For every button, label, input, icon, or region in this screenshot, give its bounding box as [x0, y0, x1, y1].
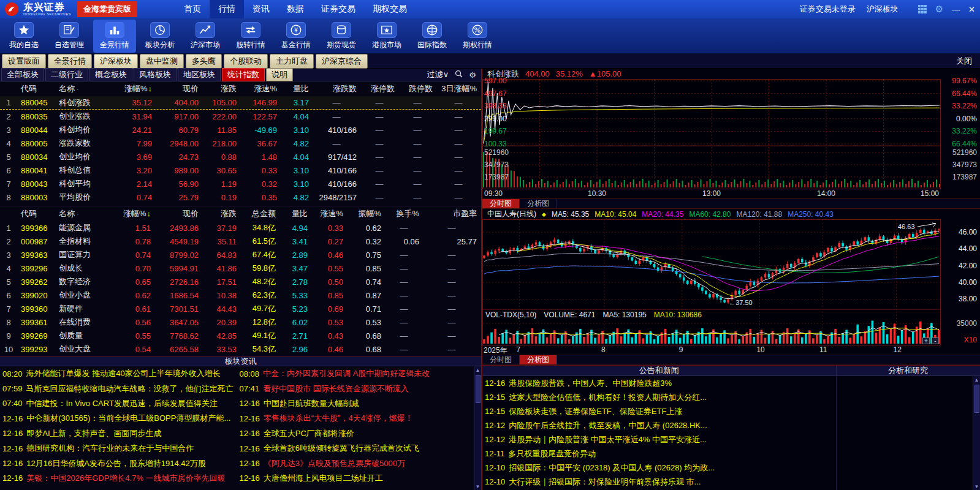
table-row[interactable]: 5399262数字经济0.652726.1617.5148.2亿2.780.50…	[0, 275, 481, 288]
column-header[interactable]: 量比	[279, 208, 311, 219]
table-row[interactable]: 3880044科创均价24.2160.7911.85-49.693.10410/…	[0, 123, 481, 137]
news-item[interactable]: 12-16港股保险股普跌，中国人寿、中国财险跌超3%	[482, 376, 836, 390]
menu-item[interactable]: 期权交易	[364, 0, 416, 18]
menu-item[interactable]: 首页	[175, 0, 210, 18]
main-tab[interactable]: 全景行情	[48, 54, 92, 69]
news-item[interactable]: 07:59马斯克回应福特收缩电动汽车战略：没救了，他们注定死亡	[0, 381, 237, 396]
main-tab[interactable]: 个股联动	[224, 54, 268, 69]
table-row[interactable]: 9399269创质量0.557768.6242.8549.1亿2.710.430…	[0, 329, 481, 342]
column-header[interactable]: 代码	[17, 83, 55, 94]
toolbar-item[interactable]: 全景行情	[93, 20, 136, 53]
table-row[interactable]: 1399366能源金属1.512493.8637.1934.8亿4.940.33…	[0, 221, 481, 235]
toolbar-item[interactable]: ¥基金行情	[275, 20, 317, 53]
toolbar-item[interactable]: 港股市场	[365, 20, 408, 53]
toolbar-item[interactable]: 板块分析	[139, 20, 181, 53]
daily-plot[interactable]: ←37.5046.63 VOL-TDX(5,10)VOLUME: 4671MA5…	[482, 219, 941, 345]
intraday-plot[interactable]: 597.00497.67398.33299.00199.67100.335219…	[482, 79, 941, 189]
scroll-down-icon[interactable]: ▼	[476, 483, 481, 490]
column-header[interactable]: 涨速%	[240, 83, 281, 94]
column-header[interactable]: 跌停数	[398, 83, 436, 94]
table-row[interactable]: 2880035创业涨跌31.94917.00222.00122.574.04——…	[0, 110, 481, 123]
menu-item[interactable]: 行情	[210, 0, 244, 18]
news-item[interactable]: 07:40中信建投：In Vivo CART发展迅速，后续发展值得关注	[0, 396, 237, 411]
scrollbar[interactable]: ▲ ▼	[474, 366, 481, 490]
news-item[interactable]: 12-15保险板块走强，证券保险ETF、保险证券ETF上涨	[482, 404, 836, 418]
news-item[interactable]: 12-10大行评级｜招银国际：对保险业明年前景保持乐观 市...	[482, 475, 836, 489]
sub-tab[interactable]: 地区板块	[178, 68, 221, 81]
column-header[interactable]: 换手%	[385, 208, 423, 219]
toolbar-item[interactable]: 自选管理	[48, 20, 91, 53]
sub-tab[interactable]: 全部板块	[1, 68, 44, 81]
menu-item[interactable]: 证券交易	[313, 0, 364, 18]
zoom-out-button[interactable]: -	[932, 337, 939, 344]
column-header[interactable]: 现价	[154, 208, 202, 219]
search-icon[interactable]	[455, 70, 463, 80]
board-selector[interactable]: 沪深板块	[867, 4, 898, 15]
news-item[interactable]: 12-12内险股午后全线拉升，截至发稿，中国人寿 (02628.HK...	[482, 418, 836, 432]
main-tab[interactable]: 设置版面	[2, 54, 46, 69]
table-row[interactable]: 3399363国证算力0.748799.0264.8367.4亿2.890.46…	[0, 248, 481, 262]
minimize-button[interactable]: —	[952, 5, 960, 14]
main-tab[interactable]: 沪深京综合	[316, 54, 368, 69]
column-header[interactable]: 名称 ·	[55, 208, 114, 219]
news-item[interactable]: 12-16零售板块杀出“大牛股”，4天4涨停，燃爆！	[237, 411, 474, 426]
settings-gear-icon[interactable]: ⚙	[935, 4, 943, 15]
news-item[interactable]: 12-12港股异动｜内险股普涨 中国太平涨近4% 中国平安涨近...	[482, 432, 836, 447]
news-item[interactable]: 12-16全球五大PC厂商都将涨价	[237, 426, 474, 441]
grid-menu-icon[interactable]	[918, 5, 927, 13]
news-item[interactable]: 12-16中仑新材(301565)：当前全球电工级BOPP薄型膜材产能...	[0, 411, 237, 426]
column-header[interactable]: 振幅%	[347, 208, 385, 219]
scroll-down-icon[interactable]: ▼	[974, 483, 979, 490]
news-item[interactable]: 12-16即梦AI上新，支持声音、画面同步生成	[0, 426, 237, 441]
toolbar-item[interactable]: 股转行情	[229, 20, 272, 53]
table-row[interactable]: 5880034创业均价3.6924.730.881.484.04917/412—…	[0, 150, 481, 164]
chart-tab[interactable]: 分时图	[482, 199, 520, 208]
table-row[interactable]: 8880003平均股价0.7425.790.190.354.822948/215…	[0, 190, 481, 204]
main-tab[interactable]: 多头鹰	[186, 54, 222, 69]
news-item[interactable]: 12-15这家大型险企估值低，机构看好！投资人期待加大分红...	[482, 390, 836, 404]
sub-tab[interactable]: 说明	[266, 68, 293, 81]
main-tab[interactable]: 主力盯盘	[270, 54, 314, 69]
zoom-in-button[interactable]: +	[922, 337, 930, 344]
table-row[interactable]: 6880041科创总值3.20989.0030.650.333.10410/16…	[0, 164, 481, 177]
news-item[interactable]: 12-16大唐儋州海上风电项目二场址开工	[237, 471, 474, 486]
table-row[interactable]: 1880045科创涨跌35.12404.00105.00146.993.17——…	[0, 96, 481, 110]
toolbar-item[interactable]: 期货现货	[320, 20, 363, 53]
news-item[interactable]: 08:20海外储能订单爆发 推动逾40家公司上半年境外收入增长	[0, 366, 237, 381]
news-item[interactable]: 12-16中国赴日航班数量大幅削减	[237, 396, 474, 411]
news-item[interactable]: 07:41看好中国股市 国际长线资金源源不断流入	[237, 381, 474, 396]
filter-dropdown[interactable]: 过滤∨	[427, 69, 449, 80]
trade-login-status[interactable]: 证券交易未登录	[800, 4, 856, 15]
gear-icon[interactable]: ⚙	[469, 70, 476, 80]
scroll-up-icon[interactable]: ▲	[476, 366, 481, 374]
column-header[interactable]: 代码	[17, 208, 55, 219]
scroll-up-icon[interactable]: ▲	[974, 376, 979, 383]
scroll-thumb[interactable]	[476, 375, 481, 403]
sub-tab[interactable]: 二级行业	[45, 68, 88, 81]
column-header[interactable]: 涨跌	[202, 83, 240, 94]
news-item[interactable]: 12-1612月16日华侨城A发布公告，股东增持1914.42万股	[0, 456, 237, 470]
scrollbar[interactable]: ▲ ▼	[973, 376, 980, 490]
table-row[interactable]: 10399293创业大盘0.546265.5833.5354.3亿2.960.4…	[0, 342, 481, 356]
daily-title[interactable]: 中国人寿(日线)	[487, 209, 536, 219]
scroll-thumb[interactable]	[974, 385, 979, 413]
sub-tab[interactable]: 概念板块	[89, 68, 132, 81]
news-item[interactable]: 12-11多只权重股尾盘竞价异动	[482, 447, 836, 461]
menu-item[interactable]: 资讯	[244, 0, 278, 18]
news-item[interactable]: 08:08中金：内外因素引发回调 A股中期向好逻辑未改	[237, 366, 474, 381]
menu-item[interactable]: 数据	[278, 0, 313, 18]
main-tab[interactable]: 沪深板块	[94, 54, 138, 69]
chart-tab[interactable]: 分析图	[520, 355, 557, 364]
table-row[interactable]: 6399020创业小盘0.621686.5410.3862.3亿5.330.85…	[0, 288, 481, 302]
table-row[interactable]: 4880005涨跌家数7.992948.00218.0036.674.82———…	[0, 137, 481, 150]
column-header[interactable]: 涨幅%↓	[114, 208, 154, 219]
chart-tab[interactable]: 分析图	[520, 199, 557, 208]
column-header[interactable]: 量比	[281, 83, 313, 94]
toolbar-item[interactable]: 我的自选	[2, 20, 45, 53]
column-header[interactable]: 总金额	[240, 208, 279, 219]
close-button[interactable]: ✕	[968, 5, 975, 14]
table-row[interactable]: 2000987全指材料0.784549.1935.1161.5亿3.410.27…	[0, 235, 481, 248]
column-header[interactable]: 涨跌	[202, 208, 240, 219]
table-row[interactable]: 4399296创成长0.705994.9141.8659.8亿3.470.550…	[0, 262, 481, 275]
news-item[interactable]: 12-16《阿凡达3》点映及预售总票房破5000万	[237, 456, 474, 470]
